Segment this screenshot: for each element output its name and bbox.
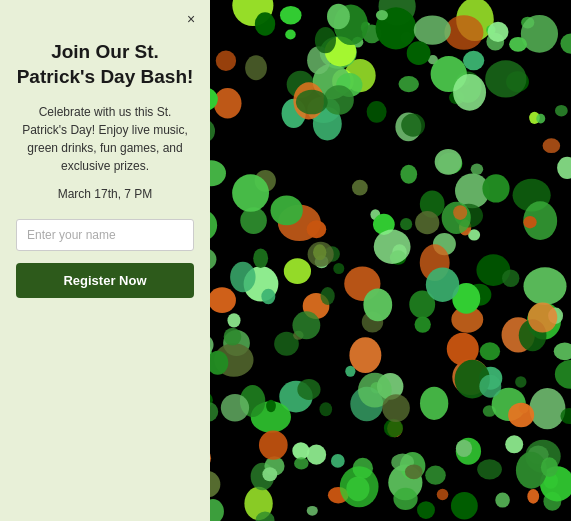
register-button[interactable]: Register Now xyxy=(16,263,194,298)
modal-description: Celebrate with us this St. Patrick's Day… xyxy=(16,103,194,175)
modal-date: March 17th, 7 PM xyxy=(58,187,153,201)
modal-overlay: × Join Our St. Patrick's Day Bash! Celeb… xyxy=(0,0,571,521)
modal: × Join Our St. Patrick's Day Bash! Celeb… xyxy=(0,0,210,521)
modal-title: Join Our St. Patrick's Day Bash! xyxy=(16,40,194,89)
name-input[interactable] xyxy=(16,219,194,251)
close-button[interactable]: × xyxy=(182,10,200,28)
